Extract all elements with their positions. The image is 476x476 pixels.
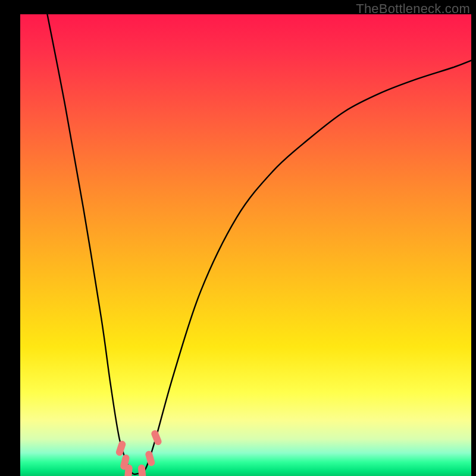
curve-minimum-markers <box>115 429 162 476</box>
watermark-label: TheBottleneck.com <box>356 1 470 17</box>
bottleneck-curve-svg <box>20 14 471 476</box>
curve-marker <box>137 464 146 476</box>
curve-marker <box>115 440 126 456</box>
bottleneck-curve-path <box>47 14 471 474</box>
curve-marker <box>145 450 156 466</box>
chart-plot-area <box>20 14 471 476</box>
curve-marker <box>150 429 162 446</box>
